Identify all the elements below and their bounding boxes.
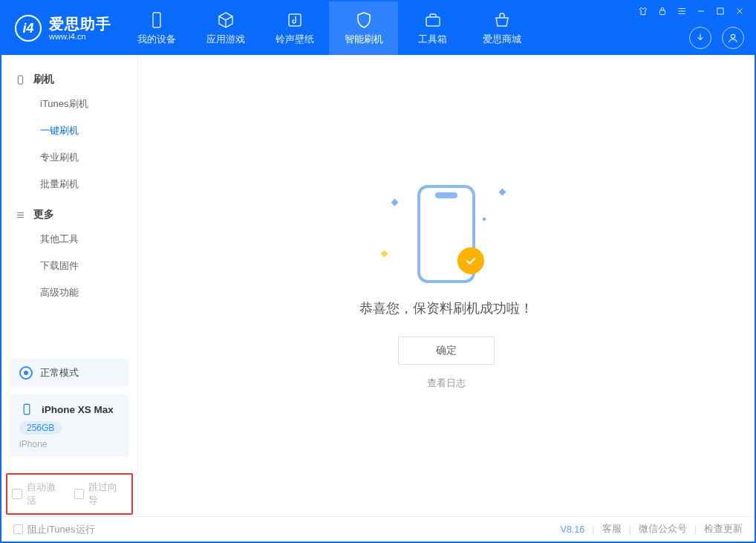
tab-label: 智能刷机 (345, 33, 383, 46)
sidebar-head-more: 更多 (1, 204, 137, 226)
version-label: V8.16 (561, 524, 585, 535)
tab-label: 爱思商城 (483, 33, 521, 46)
sidebar-title: 刷机 (33, 73, 54, 86)
footer-update-link[interactable]: 检查更新 (704, 523, 743, 536)
svg-rect-2 (426, 17, 440, 26)
menu-icon[interactable] (676, 5, 688, 17)
checkbox-label: 阻止iTunes运行 (27, 523, 95, 536)
download-button[interactable] (689, 27, 711, 49)
check-circle-icon (457, 247, 484, 274)
svg-point-5 (731, 34, 734, 38)
tab-store[interactable]: 爱思商城 (467, 1, 536, 55)
app-logo: i4 爱思助手 www.i4.cn (1, 15, 122, 42)
svg-rect-7 (24, 404, 30, 414)
logo-icon: i4 (15, 15, 42, 42)
user-button[interactable] (722, 27, 744, 49)
device-type: iPhone (19, 439, 47, 449)
phone-icon (147, 10, 166, 30)
sidebar-item-other-tools[interactable]: 其他工具 (1, 226, 137, 253)
phone-small-icon (19, 402, 34, 417)
sidebar-item-pro-flash[interactable]: 专业刷机 (1, 144, 137, 171)
device-icon (15, 74, 26, 85)
mode-icon (19, 366, 33, 380)
tab-my-device[interactable]: 我的设备 (122, 1, 191, 55)
menu-lines-icon (15, 209, 26, 221)
device-name: iPhone XS Max (42, 404, 114, 415)
view-log-link[interactable]: 查看日志 (427, 377, 466, 390)
footer-wechat-link[interactable]: 微信公众号 (639, 523, 687, 536)
sidebar-item-download-firmware[interactable]: 下载固件 (1, 253, 137, 279)
svg-rect-0 (153, 13, 160, 27)
tab-label: 工具箱 (418, 33, 447, 46)
checkbox-label: 自动激活 (27, 481, 65, 507)
checkbox-label: 跳过向导 (88, 481, 127, 507)
auto-activate-checkbox[interactable]: 自动激活 (12, 481, 65, 507)
block-itunes-checkbox[interactable]: 阻止iTunes运行 (13, 523, 95, 536)
ok-button[interactable]: 确定 (398, 336, 495, 365)
sidebar-item-itunes-flash[interactable]: iTunes刷机 (1, 91, 137, 117)
store-icon (492, 10, 512, 30)
skip-wizard-checkbox[interactable]: 跳过向导 (74, 481, 128, 507)
storage-badge: 256GB (19, 421, 62, 435)
lock-icon[interactable] (656, 5, 668, 17)
tab-smart-flash[interactable]: 智能刷机 (329, 1, 398, 55)
cube-icon (216, 10, 235, 30)
highlight-box: 自动激活 跳过向导 (6, 473, 133, 515)
toolbox-icon (423, 10, 443, 30)
device-panel[interactable]: iPhone XS Max 256GB iPhone (10, 394, 128, 457)
success-message: 恭喜您，保资料刷机成功啦！ (359, 299, 533, 317)
tab-label: 铃声壁纸 (276, 33, 314, 46)
minimize-icon[interactable] (695, 5, 707, 17)
app-name: 爱思助手 (49, 16, 111, 32)
music-note-icon (285, 10, 304, 30)
shirt-icon[interactable] (637, 5, 649, 17)
close-icon[interactable] (734, 5, 746, 17)
footer-service-link[interactable]: 客服 (602, 523, 622, 536)
sidebar-item-oneclick-flash[interactable]: 一键刷机 (1, 117, 137, 144)
maximize-icon[interactable] (714, 5, 726, 17)
tab-label: 我的设备 (137, 33, 176, 46)
tab-toolbox[interactable]: 工具箱 (398, 1, 467, 55)
sidebar-head-flash: 刷机 (1, 68, 137, 91)
tab-ringtone-wallpaper[interactable]: 铃声壁纸 (260, 1, 329, 55)
svg-rect-6 (18, 75, 22, 83)
svg-rect-4 (717, 8, 723, 14)
sidebar-item-batch-flash[interactable]: 批量刷机 (1, 171, 137, 198)
sidebar-title: 更多 (33, 208, 54, 221)
success-illustration (383, 182, 509, 286)
tab-label: 应用游戏 (206, 33, 245, 46)
tab-apps-games[interactable]: 应用游戏 (191, 1, 260, 55)
svg-rect-1 (289, 14, 301, 26)
shield-flash-icon (354, 10, 374, 30)
app-domain: www.i4.cn (49, 32, 111, 41)
mode-panel[interactable]: 正常模式 (10, 359, 128, 387)
sidebar-item-advanced[interactable]: 高级功能 (1, 279, 137, 306)
svg-rect-3 (660, 10, 665, 15)
mode-label: 正常模式 (40, 366, 79, 380)
